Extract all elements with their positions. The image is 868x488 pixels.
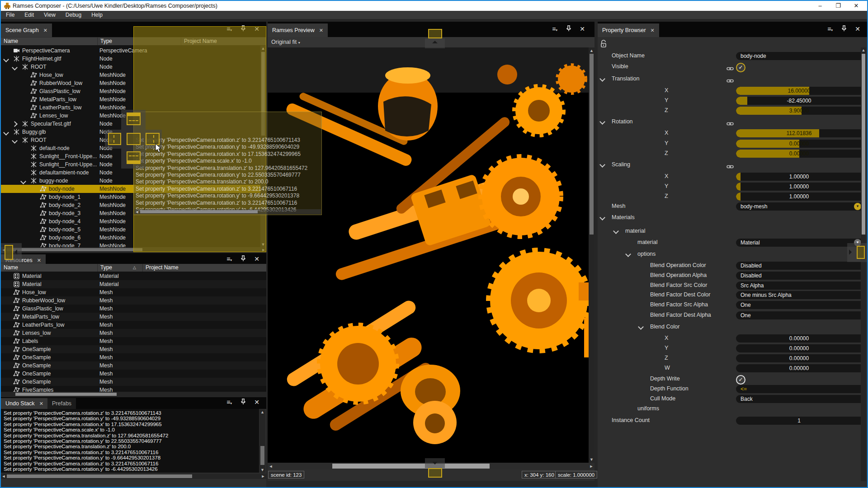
menu-help[interactable]: Help [86,11,108,19]
tab-close-icon[interactable]: ✕ [39,401,43,406]
undo-log-line[interactable]: Set property 'PerspectiveCamera.rotation… [4,455,160,460]
resource-row-OneSample[interactable]: OneSampleMesh [1,361,266,370]
field-z[interactable]: 0.00000 [736,354,862,362]
tab-prefabs[interactable]: Prefabs [47,398,76,409]
preview-vscrollbar[interactable]: ▲ ▼ [589,47,594,463]
dock-edge-right-indicator[interactable] [857,246,865,259]
close-panel-icon[interactable]: ✕ [251,255,263,263]
dock-top-indicator[interactable] [127,113,141,125]
link-icon[interactable] [726,77,734,81]
undo-log-line[interactable]: Set property 'PerspectiveCamera.rotation… [4,466,158,472]
undo-log-line[interactable]: Set property 'PerspectiveCamera.rotation… [4,450,158,455]
resource-row-Hose_low[interactable]: Hose_lowMesh [1,288,266,296]
resource-row-Labels[interactable]: LabelsMesh [1,337,266,345]
collapse-icon[interactable] [613,228,619,234]
link-icon[interactable] [726,65,734,69]
pin-icon[interactable] [237,399,249,406]
field-blend-factor-dest-alpha[interactable]: One [736,311,862,319]
resources-header[interactable]: Name Type △ Project Name [1,264,266,272]
title-bar[interactable]: Ramses Composer - (C:/Users/Uwe Kindler/… [1,1,867,11]
tab-scene-graph[interactable]: Scene Graph✕ [1,23,52,37]
close-button[interactable]: ✕ [847,1,865,11]
panel-menu-icon[interactable]: ≡▾ [549,25,561,33]
collapse-icon[interactable] [599,119,605,125]
minimize-button[interactable]: – [811,1,829,11]
undo-log-line[interactable]: Set property 'PerspectiveCamera.scale.x'… [4,427,115,432]
field-z[interactable]: 0.00000 [736,150,862,158]
checkbox-depth-write[interactable]: ✓ [736,375,745,385]
resource-row-OneSample[interactable]: OneSampleMesh [1,370,266,378]
resource-row-MetalParts_low[interactable]: MetalParts_lowMesh [1,313,266,321]
link-icon[interactable] [726,120,734,124]
field-x[interactable]: 112.01836 [736,129,862,137]
resource-row-Lenses_low[interactable]: Lenses_lowMesh [1,329,266,337]
resource-row-GlassPlastic_low[interactable]: GlassPlastic_lowMesh [1,305,266,313]
collapse-icon[interactable] [599,76,605,82]
field-y[interactable]: 1.00000 [736,183,862,191]
field-blend-factor-src-alpha[interactable]: One [736,301,862,309]
close-panel-icon[interactable]: ✕ [251,399,263,406]
pin-icon[interactable] [237,255,249,263]
dock-edge-left-indicator[interactable] [5,245,13,260]
collapse-icon[interactable] [599,162,605,168]
pin-icon[interactable] [563,25,575,33]
undo-log-line[interactable]: Set property 'PerspectiveCamera.rotation… [4,410,161,416]
field-material[interactable]: Material▼ [736,239,862,247]
resource-row-OneSample[interactable]: OneSampleMesh [1,353,266,361]
resources-hscrollbar[interactable] [1,392,266,397]
undo-log-line[interactable]: Set property 'PerspectiveCamera.rotation… [4,461,158,466]
field-blend-factor-src-color[interactable]: Src Alpha [736,282,862,290]
panel-menu-icon[interactable]: ≡▾ [223,255,235,263]
tab-close-icon[interactable]: ✕ [43,28,47,33]
field-x[interactable]: 1.00000 [736,173,862,181]
expand-down-icon[interactable] [20,178,26,184]
field-mesh[interactable]: body-mesh▼ [736,202,862,211]
field-instance-count[interactable]: 1 [736,417,862,425]
undo-log-line[interactable]: Set property 'PerspectiveCamera.translat… [4,433,168,438]
undo-log-list[interactable]: Set property 'PerspectiveCamera.rotation… [1,409,259,473]
expand-down-icon[interactable] [12,65,18,70]
undo-log-line[interactable]: Set property 'PerspectiveCamera.rotation… [4,438,162,444]
collapse-icon[interactable] [599,215,605,221]
field-blend-operation-color[interactable]: Disabled [736,262,862,270]
undo-log-line[interactable]: Set property 'PerspectiveCamera.rotation… [4,416,160,421]
menu-edit[interactable]: Edit [19,11,39,19]
field-y[interactable]: 0.00000 [736,140,862,148]
menu-file[interactable]: File [1,11,19,19]
undo-vscrollbar[interactable]: ▲ ▼ [259,409,265,473]
field-depth-function[interactable]: <= [736,385,862,393]
dock-edge-top-indicator[interactable] [428,29,442,38]
field-object-name[interactable]: body-node [736,52,862,60]
resource-row-Material[interactable]: MaterialMaterial [1,280,266,288]
close-panel-icon[interactable]: ✕ [576,25,588,33]
dock-center-indicator[interactable] [127,133,141,145]
preview-viewport[interactable] [268,47,589,463]
field-cull-mode[interactable]: Back [736,395,862,403]
expand-down-icon[interactable] [3,130,9,136]
resource-row-Material[interactable]: MaterialMaterial [1,272,266,280]
property-vscrollbar[interactable]: ▲ [861,47,866,481]
collapse-icon[interactable] [638,324,644,330]
sort-asc-icon[interactable]: △ [133,264,136,272]
expand-down-icon[interactable] [3,56,9,62]
collapse-icon[interactable] [625,251,631,257]
fit-mode-dropdown[interactable]: Original fit [268,39,297,45]
resource-row-OneSample[interactable]: OneSampleMesh [1,378,266,386]
dock-bottom-indicator[interactable] [127,151,141,164]
resource-row-RubberWood_low[interactable]: RubberWood_lowMesh [1,296,266,305]
dock-left-indicator[interactable] [108,133,121,145]
field-blend-operation-alpha[interactable]: Disabled [736,272,862,280]
resource-row-OneSample[interactable]: OneSampleMesh [1,345,266,353]
panel-menu-icon[interactable]: ≡▾ [223,399,235,406]
link-icon[interactable] [726,163,734,167]
undo-hscrollbar[interactable]: ◄ ► [1,474,266,479]
resource-row-FiveSamples[interactable]: FiveSamplesMesh [1,386,266,392]
tab-undo-stack[interactable]: Undo Stack✕ [1,398,48,409]
undo-log-line[interactable]: Set property 'PerspectiveCamera.rotation… [4,422,162,427]
dock-edge-bottom-indicator[interactable] [428,468,442,478]
field-z[interactable]: 3.90000 [736,107,862,115]
expand-down-icon[interactable] [12,138,18,144]
expand-right-icon[interactable] [12,121,18,127]
maximize-button[interactable]: ❐ [829,1,847,11]
tab-close-icon[interactable]: ✕ [37,258,41,263]
